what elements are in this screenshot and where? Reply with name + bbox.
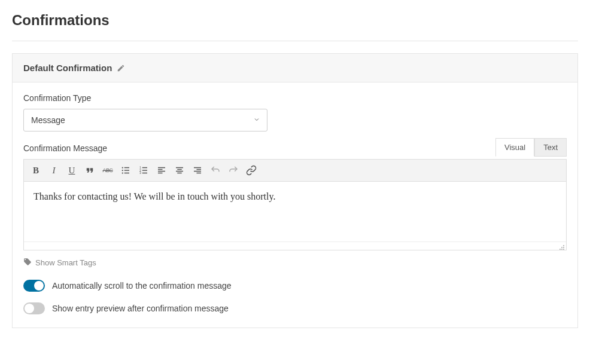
- toggle-row-entry-preview: Show entry preview after confirmation me…: [23, 302, 567, 314]
- svg-rect-20: [194, 167, 201, 169]
- svg-rect-17: [177, 169, 182, 170]
- page-title: Confirmations: [12, 12, 578, 41]
- confirmation-panel: Default Confirmation Confirmation Type M…: [12, 53, 578, 328]
- confirmation-message-label: Confirmation Message: [23, 143, 567, 153]
- svg-rect-18: [176, 171, 183, 172]
- italic-button[interactable]: I: [45, 162, 62, 179]
- message-editor[interactable]: Thanks for contacting us! We will be in …: [24, 182, 566, 241]
- confirmation-type-select[interactable]: Message: [23, 109, 267, 131]
- svg-point-29: [563, 249, 564, 250]
- editor-toolbar: B I U ABC 123: [24, 160, 566, 182]
- pencil-icon[interactable]: [117, 64, 125, 72]
- undo-button[interactable]: [207, 162, 224, 179]
- svg-point-28: [561, 249, 562, 250]
- svg-point-26: [563, 247, 564, 248]
- numbered-list-button[interactable]: 123: [135, 162, 152, 179]
- confirmation-type-label: Confirmation Type: [23, 93, 567, 103]
- align-right-button[interactable]: [189, 162, 206, 179]
- redo-button[interactable]: [225, 162, 242, 179]
- strikethrough-button[interactable]: ABC: [99, 162, 116, 179]
- underline-button[interactable]: U: [63, 162, 80, 179]
- align-center-button[interactable]: [171, 162, 188, 179]
- bullet-list-button[interactable]: [117, 162, 134, 179]
- svg-rect-13: [158, 169, 163, 170]
- svg-rect-23: [197, 173, 202, 174]
- svg-rect-9: [142, 170, 147, 171]
- tab-text[interactable]: Text: [534, 138, 567, 157]
- svg-rect-14: [158, 171, 165, 172]
- blockquote-button[interactable]: [81, 162, 98, 179]
- tag-icon: [23, 258, 32, 268]
- svg-rect-15: [158, 173, 163, 174]
- svg-rect-21: [197, 169, 202, 170]
- auto-scroll-label: Automatically scroll to the confirmation…: [52, 281, 232, 290]
- svg-rect-7: [142, 167, 147, 169]
- svg-point-2: [122, 170, 123, 171]
- resize-grip-icon[interactable]: [559, 243, 565, 249]
- svg-point-27: [559, 249, 561, 250]
- align-left-button[interactable]: [153, 162, 170, 179]
- svg-rect-22: [194, 171, 201, 172]
- smart-tags-label: Show Smart Tags: [35, 258, 96, 267]
- editor-statusbar: [24, 241, 566, 250]
- svg-rect-3: [124, 170, 129, 171]
- svg-rect-12: [158, 167, 165, 169]
- svg-rect-19: [177, 173, 182, 174]
- show-smart-tags[interactable]: Show Smart Tags: [23, 258, 567, 268]
- confirmation-type-select-wrap: Message: [23, 109, 267, 131]
- editor-wrap: Visual Text B I U ABC 123: [23, 159, 567, 250]
- svg-point-24: [563, 245, 564, 246]
- svg-point-0: [122, 167, 123, 168]
- panel-header-title: Default Confirmation: [23, 63, 112, 73]
- editor-tabs: Visual Text: [495, 138, 567, 157]
- svg-rect-11: [142, 173, 147, 174]
- svg-text:3: 3: [139, 172, 141, 175]
- toggle-row-auto-scroll: Automatically scroll to the confirmation…: [23, 280, 567, 292]
- panel-body: Confirmation Type Message Confirmation M…: [13, 82, 577, 328]
- entry-preview-toggle[interactable]: [23, 302, 45, 314]
- link-button[interactable]: [243, 162, 260, 179]
- auto-scroll-toggle[interactable]: [23, 280, 45, 292]
- svg-rect-16: [176, 167, 183, 169]
- entry-preview-label: Show entry preview after confirmation me…: [52, 304, 229, 313]
- svg-rect-5: [124, 173, 129, 174]
- panel-header: Default Confirmation: [13, 54, 577, 82]
- svg-rect-1: [124, 167, 129, 169]
- svg-point-25: [561, 247, 562, 248]
- bold-button[interactable]: B: [28, 162, 44, 179]
- svg-point-4: [122, 172, 123, 173]
- editor-container: B I U ABC 123: [23, 159, 567, 250]
- tab-visual[interactable]: Visual: [495, 138, 534, 157]
